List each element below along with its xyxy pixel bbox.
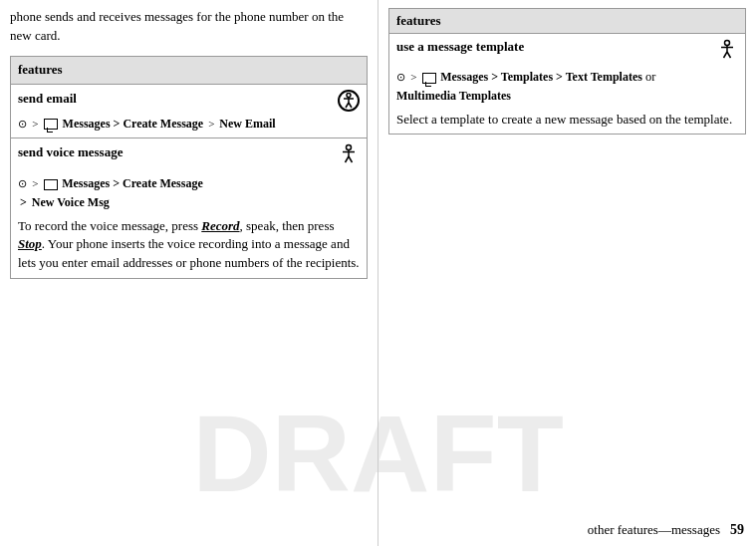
- svg-point-0: [347, 93, 351, 97]
- send-email-nav: ⊙ > Messages > Create Message > New Emai…: [18, 115, 360, 134]
- arrow-3: >: [32, 177, 41, 189]
- nav-create-1: Create Message: [123, 117, 203, 131]
- voice-body-text: To record the voice message, press Recor…: [18, 217, 360, 274]
- features-header-left: features: [11, 57, 367, 85]
- send-voice-title: send voice message: [18, 143, 123, 162]
- send-email-title: send email: [18, 90, 77, 109]
- moto-bullet-icon-2: ⊙: [18, 175, 27, 192]
- arrow-1: >: [32, 118, 38, 130]
- page-number: 59: [730, 522, 744, 538]
- accessibility-icon-3: [716, 39, 738, 65]
- template-body-text: Select a template to create a new messag…: [396, 111, 738, 130]
- svg-line-8: [346, 156, 350, 162]
- send-voice-nav-2: > New Voice Msg: [18, 193, 360, 212]
- nav-messages-3: Messages >: [440, 70, 501, 84]
- template-nav-2: Multimedia Templates: [396, 87, 738, 106]
- nav-create-2: Create Message: [123, 176, 203, 190]
- intro-text: phone sends and receives messages for th…: [10, 8, 368, 46]
- arrow-2: >: [208, 118, 217, 130]
- nav-or: or: [645, 70, 655, 84]
- svg-point-5: [347, 145, 352, 150]
- moto-bullet-icon-3: ⊙: [396, 69, 405, 86]
- svg-line-13: [724, 52, 728, 58]
- template-nav: ⊙ > Messages > Templates > Text Template…: [396, 68, 738, 87]
- svg-point-10: [725, 41, 730, 46]
- messages-icon-2: [44, 179, 58, 190]
- nav-new-email: New Email: [219, 117, 275, 131]
- messages-icon-3: [422, 73, 436, 84]
- right-column: features use a message template: [378, 0, 756, 546]
- use-template-section: use a message template ⊙ >: [389, 34, 745, 134]
- left-column: phone sends and receives messages for th…: [0, 0, 378, 546]
- features-header-right: features: [389, 9, 745, 34]
- nav-new-voice: New Voice Msg: [32, 195, 110, 209]
- svg-line-9: [349, 156, 353, 162]
- use-template-title: use a message template: [396, 39, 524, 55]
- messages-icon-1: [44, 119, 58, 130]
- nav-text-templates: Text Templates: [566, 70, 642, 84]
- features-table-right: features use a message template: [388, 8, 746, 135]
- nav-messages-1: Messages >: [63, 117, 124, 131]
- nav-messages-2: Messages >: [62, 176, 123, 190]
- send-voice-nav-1: ⊙ > Messages > Create Message: [18, 174, 360, 193]
- arrow-4: >: [20, 195, 30, 209]
- svg-line-14: [727, 52, 731, 58]
- send-voice-section: send voice message ⊙ >: [11, 138, 367, 278]
- nav-multimedia: Multimedia Templates: [396, 89, 511, 103]
- send-email-section: send email ⊙ > Me: [11, 85, 367, 139]
- features-table-left: features send email: [10, 56, 368, 279]
- svg-line-4: [349, 103, 352, 108]
- accessibility-icon-2: [338, 143, 360, 171]
- arrow-5: >: [410, 71, 419, 83]
- accessibility-icon-1: [338, 90, 360, 112]
- svg-line-3: [346, 103, 349, 108]
- footer: other features—messages 59: [588, 522, 744, 538]
- moto-bullet-icon-1: ⊙: [18, 116, 27, 133]
- nav-templates: Templates >: [501, 70, 566, 84]
- footer-label: other features—messages: [588, 522, 720, 538]
